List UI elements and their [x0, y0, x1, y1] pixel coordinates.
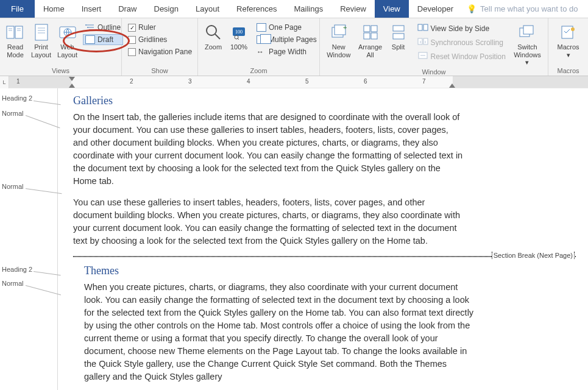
svg-point-18: [89, 29, 90, 30]
checkbox-icon: [128, 48, 136, 56]
chevron-down-icon: ▾: [525, 58, 529, 66]
multiple-pages-button[interactable]: Multiple Pages: [254, 34, 319, 45]
draft-icon: [85, 35, 95, 44]
tab-mailings[interactable]: Mailings: [286, 0, 332, 18]
ruler-checkbox[interactable]: Ruler: [126, 22, 194, 33]
svg-rect-40: [523, 26, 533, 34]
svg-text:100: 100: [235, 29, 243, 35]
ribbon: Read Mode Print Layout Web Layout: [0, 18, 588, 76]
tab-insert[interactable]: Insert: [73, 0, 110, 18]
heading-galleries: Galleries: [73, 94, 576, 107]
section-break: Section Break (Next Page): [73, 256, 576, 257]
svg-text:+: +: [343, 24, 347, 31]
svg-rect-31: [371, 33, 377, 39]
tab-layout[interactable]: Layout: [187, 0, 228, 18]
macros-icon: [559, 23, 578, 42]
style-label-h2: Heading 2: [2, 266, 32, 273]
zoom-100-icon: 100: [229, 23, 249, 42]
svg-rect-29: [371, 26, 377, 32]
macros-button[interactable]: Macros▾: [553, 21, 584, 60]
new-window-button[interactable]: + New Window: [324, 21, 354, 60]
checkbox-icon: [128, 24, 136, 32]
svg-rect-32: [393, 26, 404, 31]
svg-point-19: [207, 26, 216, 35]
group-label-show: Show: [122, 67, 197, 76]
tab-references[interactable]: References: [228, 0, 285, 18]
document-body[interactable]: Galleries On the Insert tab, the galleri…: [58, 88, 588, 390]
group-label-macros: Macros: [548, 67, 588, 76]
switch-windows-button[interactable]: Switch Windows ▾: [511, 21, 544, 68]
svg-rect-30: [364, 33, 370, 39]
view-side-by-side-button[interactable]: View Side by Side: [415, 22, 508, 35]
reset-window-position-button[interactable]: Reset Window Position: [415, 50, 508, 63]
svg-rect-6: [35, 24, 48, 40]
web-layout-icon: [58, 23, 77, 42]
sync-scroll-icon: [417, 37, 428, 48]
group-label-window: Window: [320, 68, 548, 77]
tab-home[interactable]: Home: [35, 0, 73, 18]
zoom-100-button[interactable]: 100 100%: [227, 21, 250, 53]
svg-rect-35: [423, 24, 428, 30]
checkbox-icon: [128, 36, 136, 44]
style-area-pane[interactable]: Heading 2 Normal Normal Heading 2 Normal: [0, 88, 58, 390]
svg-rect-1: [15, 26, 23, 38]
page-width-icon: ↔: [257, 48, 266, 56]
style-label-h2: Heading 2: [2, 94, 32, 102]
draft-button[interactable]: Draft: [83, 34, 123, 45]
lightbulb-icon: 💡: [467, 4, 476, 13]
tab-draw[interactable]: Draw: [110, 0, 145, 18]
switch-windows-icon: [517, 23, 537, 42]
tell-me-placeholder: Tell me what you want to do: [480, 4, 578, 13]
style-label-normal: Normal: [2, 280, 23, 287]
tab-developer[interactable]: Developer: [409, 0, 462, 18]
horizontal-ruler[interactable]: 1 2 3 4 5 6 7: [9, 76, 588, 88]
outline-button[interactable]: Outline: [83, 22, 123, 33]
arrange-all-button[interactable]: Arrange All: [356, 21, 384, 60]
outline-icon: [85, 23, 95, 32]
new-window-icon: +: [329, 23, 349, 42]
read-mode-button[interactable]: Read Mode: [4, 21, 27, 60]
arrange-all-icon: [361, 23, 380, 42]
tab-file[interactable]: File: [0, 0, 35, 18]
page-width-button[interactable]: ↔ Page Width: [254, 46, 319, 57]
read-mode-icon: [5, 23, 25, 42]
gridlines-checkbox[interactable]: Gridlines: [126, 34, 194, 45]
workspace: Heading 2 Normal Normal Heading 2 Normal…: [0, 88, 588, 390]
one-page-button[interactable]: One Page: [254, 22, 319, 33]
print-layout-button[interactable]: Print Layout: [29, 21, 53, 60]
web-layout-button[interactable]: Web Layout: [55, 21, 79, 60]
svg-line-24: [238, 38, 239, 40]
reset-window-icon: [417, 51, 428, 62]
svg-rect-28: [364, 26, 370, 32]
style-label-normal: Normal: [2, 183, 23, 190]
style-label-normal: Normal: [2, 110, 23, 117]
chevron-down-icon: ▾: [567, 51, 570, 58]
paragraph: When you create pictures, charts, or dia…: [84, 281, 474, 383]
group-label-zoom: Zoom: [198, 67, 319, 76]
svg-rect-41: [562, 26, 573, 38]
paragraph: On the Insert tab, the galleries include…: [73, 111, 463, 188]
paragraph: You can use these galleries to insert ta…: [73, 196, 463, 247]
synchronous-scrolling-button[interactable]: Synchronous Scrolling: [415, 36, 508, 49]
svg-rect-0: [7, 26, 14, 38]
zoom-button[interactable]: Zoom: [202, 21, 225, 53]
tab-view[interactable]: View: [375, 0, 409, 18]
svg-point-42: [571, 27, 575, 31]
print-layout-icon: [32, 23, 51, 42]
split-button[interactable]: Split: [387, 21, 410, 53]
ruler-tab-selector[interactable]: L: [0, 76, 9, 88]
split-icon: [389, 23, 408, 42]
tab-review[interactable]: Review: [331, 0, 375, 18]
svg-line-20: [215, 34, 220, 39]
ribbon-tabs: File Home Insert Draw Design Layout Refe…: [0, 0, 588, 18]
svg-point-17: [87, 27, 88, 28]
svg-rect-34: [418, 24, 422, 30]
one-page-icon: [257, 23, 266, 32]
svg-rect-33: [393, 34, 404, 39]
tell-me-search[interactable]: 💡 Tell me what you want to do: [462, 0, 578, 18]
group-label-views: Views: [0, 67, 121, 76]
navigation-pane-checkbox[interactable]: Navigation Pane: [126, 46, 194, 57]
tab-design[interactable]: Design: [146, 0, 187, 18]
svg-point-16: [85, 24, 87, 26]
zoom-icon: [204, 23, 223, 42]
